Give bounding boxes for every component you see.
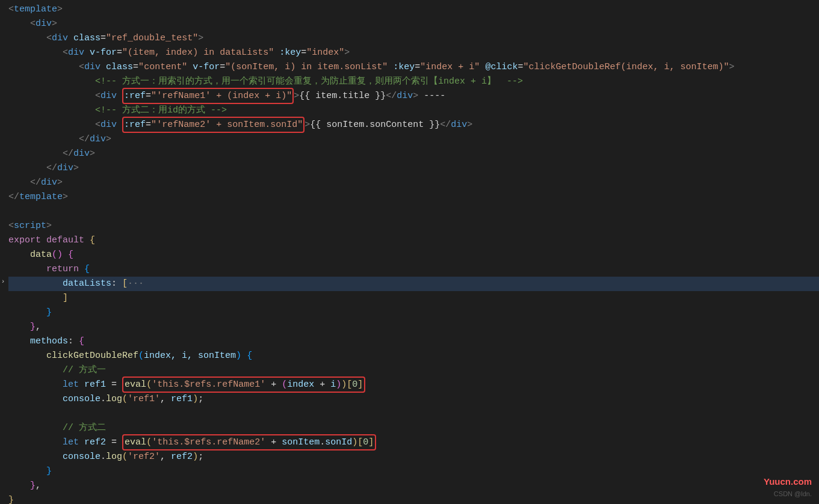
highlight-box: eval('this.$refs.refName1' + (index + i)… (122, 376, 365, 393)
code-line: <div :ref="'refName1' + (index + i)">{{ … (8, 89, 819, 103)
code-line: <div class="ref_double_test"> (8, 31, 819, 46)
code-line-highlighted: dataLists: [··· (8, 277, 819, 291)
watermark-site: Yuucn.com (764, 475, 812, 488)
code-line: } (8, 493, 819, 504)
code-line: </div> (8, 132, 819, 147)
code-line: </div> (8, 147, 819, 161)
code-line: } (8, 306, 819, 320)
code-line: // 方式二 (8, 421, 819, 435)
code-line: // 方式一 (8, 363, 819, 378)
code-line: <div :ref="'refName2' + sonItem.sonId">{… (8, 118, 819, 132)
code-line: ] (8, 291, 819, 306)
code-line: <template> (8, 2, 819, 17)
code-line: <div> (8, 17, 819, 31)
code-line (8, 407, 819, 421)
code-line: </div> (8, 176, 819, 190)
fold-chevron-icon[interactable]: › (0, 277, 6, 285)
code-line: let ref1 = eval('this.$refs.refName1' + … (8, 378, 819, 392)
code-line: }, (8, 320, 819, 334)
highlight-box: eval('this.$refs.refName2' + sonItem.son… (122, 434, 376, 450)
code-line: </template> (8, 190, 819, 204)
code-line: } (8, 464, 819, 479)
highlight-box: :ref="'refName2' + sonItem.sonId" (122, 117, 304, 133)
code-line: data() { (8, 248, 819, 262)
code-line: console.log('ref1', ref1); (8, 392, 819, 407)
code-line: <div v-for="(item, index) in dataLists" … (8, 46, 819, 60)
code-line: clickGetDoubleRef(index, i, sonItem) { (8, 349, 819, 363)
code-line: console.log('ref2', ref2); (8, 450, 819, 464)
code-line: }, (8, 479, 819, 493)
code-line (8, 204, 819, 219)
highlight-box: :ref="'refName1' + (index + i)" (122, 88, 294, 104)
code-line: <!-- 方式二：用id的方式 --> (8, 103, 819, 118)
code-line: methods: { (8, 334, 819, 349)
code-line: export default { (8, 233, 819, 248)
code-editor[interactable]: › <template> <div> <div class="ref_doubl… (0, 0, 819, 504)
code-line: <div class="content" v-for="(sonItem, i)… (8, 60, 819, 75)
code-line: let ref2 = eval('this.$refs.refName2' + … (8, 435, 819, 450)
code-line: return { (8, 262, 819, 277)
code-line: </div> (8, 161, 819, 176)
code-line: <!-- 方式一：用索引的方式，用一个索引可能会重复，为防止重复，则用两个索引【… (8, 75, 819, 89)
watermark-author: CSDN @ldn. (774, 489, 812, 499)
code-lines: <template> <div> <div class="ref_double_… (0, 0, 819, 504)
code-line: <script> (8, 219, 819, 233)
